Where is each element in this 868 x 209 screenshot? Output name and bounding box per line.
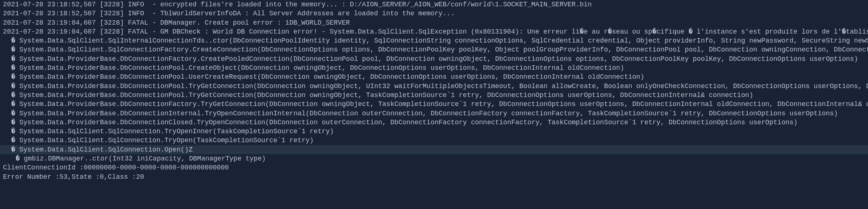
log-line: � System.Data.ProviderBase.DbConnectionF… bbox=[0, 100, 868, 109]
log-line: Error Number :53,State :0,Class :20 bbox=[0, 172, 868, 181]
log-line: � System.Data.ProviderBase.DbConnectionP… bbox=[0, 72, 868, 81]
log-line: � System.Data.SqlClient.SqlConnectionFac… bbox=[0, 45, 868, 54]
log-line: � System.Data.ProviderBase.DbConnectionC… bbox=[0, 118, 868, 127]
log-line: 2021-07-28 23:18:52,507 [3228] INFO - en… bbox=[0, 0, 868, 9]
log-line: � System.Data.SqlClient.SqlConnection.Tr… bbox=[0, 127, 868, 136]
log-line: � System.Data.SqlClient.SqlConnection.Op… bbox=[0, 145, 868, 154]
log-line: � System.Data.ProviderBase.DbConnectionP… bbox=[0, 91, 868, 100]
log-line: 2021-07-28 23:19:04,607 [3228] FATAL - G… bbox=[0, 27, 868, 36]
log-line: 2021-07-28 23:18:52,507 [3228] INFO - Tb… bbox=[0, 9, 868, 18]
log-output[interactable]: 2021-07-28 23:18:52,507 [3228] INFO - en… bbox=[0, 0, 868, 181]
log-line: � System.Data.ProviderBase.DbConnectionF… bbox=[0, 54, 868, 63]
log-line: � System.Data.SqlClient.SqlConnection.Tr… bbox=[0, 136, 868, 145]
log-line: � System.Data.ProviderBase.DbConnectionI… bbox=[0, 109, 868, 118]
log-line: ClientConnectionId :00000000-0000-0000-0… bbox=[0, 163, 868, 172]
log-line: � System.Data.ProviderBase.DbConnectionP… bbox=[0, 82, 868, 91]
log-line: � System.Data.SqlClient.SqlInternalConne… bbox=[0, 36, 868, 45]
log-line: 2021-07-28 23:19:04,607 [3228] FATAL - D… bbox=[0, 18, 868, 27]
log-line: � System.Data.ProviderBase.DbConnectionP… bbox=[0, 63, 868, 72]
log-line: � gmbiz.DBManager..ctor(Int32 iniCapacit… bbox=[0, 154, 868, 163]
